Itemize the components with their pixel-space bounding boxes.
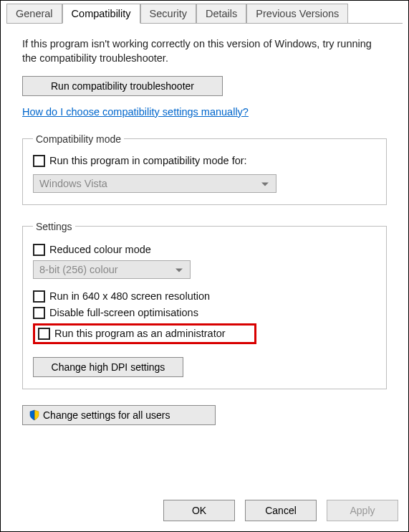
settings-group: Settings Reduced colour mode 8-bit (256)… [22, 221, 387, 389]
disable-fs-label: Disable full-screen optimisations [49, 307, 198, 318]
tab-previous-versions[interactable]: Previous Versions [246, 4, 348, 23]
compatibility-mode-legend: Compatibility mode [33, 133, 124, 145]
change-dpi-button[interactable]: Change high DPI settings [33, 357, 183, 377]
tab-content: If this program isn't working correctly … [6, 24, 403, 432]
tab-security[interactable]: Security [140, 4, 196, 23]
shield-icon [29, 409, 40, 421]
checkbox-icon[interactable] [33, 290, 45, 303]
reduced-colour-label: Reduced colour mode [49, 244, 151, 255]
run-as-admin-label: Run this program as an administrator [54, 328, 226, 339]
compat-mode-checkbox-row[interactable]: Run this program in compatibility mode f… [33, 155, 376, 167]
compat-mode-dropdown[interactable]: Windows Vista [33, 174, 276, 193]
compat-mode-dropdown-value: Windows Vista [39, 178, 107, 189]
dialog-footer: OK Cancel Apply [163, 500, 398, 521]
colour-dropdown[interactable]: 8-bit (256) colour [33, 260, 191, 279]
ok-button[interactable]: OK [163, 500, 235, 521]
properties-dialog: General Compatibility Security Details P… [1, 1, 408, 531]
checkbox-icon[interactable] [33, 307, 45, 319]
checkbox-icon[interactable] [33, 155, 45, 167]
run-troubleshooter-button[interactable]: Run compatibility troubleshooter [22, 76, 223, 96]
apply-button[interactable]: Apply [327, 500, 398, 521]
reduced-colour-row[interactable]: Reduced colour mode [33, 244, 376, 256]
compatibility-mode-group: Compatibility mode Run this program in c… [22, 133, 387, 205]
compat-mode-checkbox-label: Run this program in compatibility mode f… [49, 155, 247, 166]
tab-details[interactable]: Details [196, 4, 246, 23]
intro-text: If this program isn't working correctly … [22, 37, 387, 66]
checkbox-icon[interactable] [33, 244, 45, 256]
cancel-button[interactable]: Cancel [245, 500, 317, 521]
change-all-users-button[interactable]: Change settings for all users [22, 405, 216, 425]
colour-dropdown-value: 8-bit (256) colour [39, 264, 118, 275]
manual-settings-link[interactable]: How do I choose compatibility settings m… [22, 106, 249, 118]
change-all-users-label: Change settings for all users [43, 409, 170, 421]
run-640-row[interactable]: Run in 640 x 480 screen resolution [33, 290, 376, 303]
tab-strip: General Compatibility Security Details P… [6, 4, 403, 24]
run-as-admin-row[interactable]: Run this program as an administrator [33, 323, 256, 344]
settings-legend: Settings [33, 221, 75, 232]
checkbox-icon[interactable] [38, 328, 50, 340]
disable-fs-row[interactable]: Disable full-screen optimisations [33, 307, 376, 319]
tab-compatibility[interactable]: Compatibility [62, 4, 140, 24]
run-640-label: Run in 640 x 480 screen resolution [49, 290, 210, 302]
tab-general[interactable]: General [6, 4, 62, 23]
